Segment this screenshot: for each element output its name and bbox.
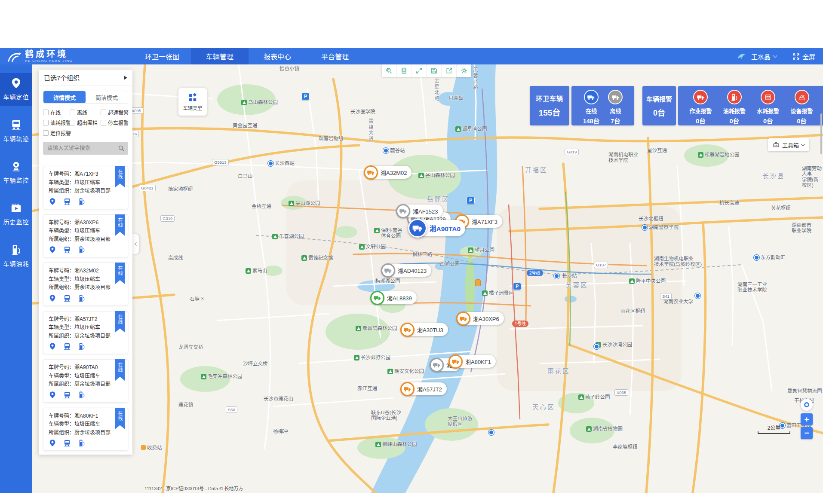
search-icon[interactable] bbox=[118, 145, 125, 152]
zoom-out-button[interactable]: − bbox=[801, 427, 813, 439]
filter-option[interactable]: 超速报警 bbox=[101, 109, 129, 116]
vehicle-marker[interactable]: 湘A32M02 bbox=[365, 166, 412, 179]
vehicle-marker[interactable]: 湘A90TA0 bbox=[409, 220, 465, 236]
fuel-vehicle-icon[interactable] bbox=[78, 391, 86, 399]
expand-icon[interactable] bbox=[412, 64, 427, 77]
vehicle-card[interactable]: 车牌号码：湘A32M02 车辆类型：垃圾压缩车 所属组织：厨余垃圾项目部 在线 bbox=[43, 263, 128, 306]
map-label: 银星湾公园 bbox=[455, 126, 487, 132]
nav-tab[interactable]: 车辆管理 bbox=[191, 48, 249, 64]
mode-tab[interactable]: 简洁模式 bbox=[86, 91, 128, 103]
mode-tab[interactable]: 详情模式 bbox=[43, 91, 86, 103]
checkbox[interactable] bbox=[70, 120, 75, 125]
sidebar-item[interactable]: 车辆定位 bbox=[0, 73, 32, 106]
track-vehicle-icon[interactable] bbox=[63, 294, 71, 302]
checkbox[interactable] bbox=[43, 110, 49, 115]
nav-tab[interactable]: 平台管理 bbox=[306, 48, 364, 64]
checkbox[interactable] bbox=[43, 130, 49, 136]
search-input[interactable] bbox=[43, 142, 128, 155]
map-label: 简家坳枢纽 bbox=[168, 186, 193, 192]
track-vehicle-icon[interactable] bbox=[63, 198, 71, 205]
truck-icon bbox=[430, 358, 444, 372]
checkbox[interactable] bbox=[70, 110, 75, 115]
vehicle-marker[interactable]: 湘A57JT2 bbox=[401, 382, 447, 395]
vehicle-marker[interactable]: 湘A30TU3 bbox=[401, 323, 448, 336]
checkbox[interactable] bbox=[101, 120, 106, 125]
fullscreen-button[interactable]: 全屏 bbox=[792, 52, 815, 61]
panel-scrollbar[interactable] bbox=[820, 113, 822, 154]
map-poi-icon bbox=[354, 355, 359, 360]
map-label: G319 bbox=[160, 215, 175, 222]
map-poi-icon bbox=[578, 394, 584, 400]
map-canvas[interactable]: 智谷小镇 乌山森林公园 长沙医学院 黄金园互通 月亮岛 银星湾公园 观音岩枢 bbox=[32, 64, 823, 493]
map-label: 长沙站 bbox=[562, 273, 577, 279]
filter-option[interactable]: 在线 bbox=[43, 109, 69, 116]
map-poi-icon bbox=[695, 293, 700, 299]
locate-vehicle-icon[interactable] bbox=[49, 439, 56, 447]
vehicle-card[interactable]: 车牌号码：湘A30XP6 车辆类型：垃圾压缩车 所属组织：厨余垃圾项目部 在线 bbox=[43, 214, 128, 258]
map-label: 长沙西站 bbox=[268, 161, 295, 166]
filter-option[interactable]: 离线 bbox=[70, 109, 100, 116]
filter-option[interactable]: 超出围栏 bbox=[70, 119, 100, 126]
filter-option[interactable]: 定位报警 bbox=[43, 129, 69, 137]
map-poi-icon bbox=[241, 100, 247, 105]
sidebar-item[interactable]: 历史监控 bbox=[0, 198, 32, 231]
vehicle-marker[interactable]: 湘AD40123 bbox=[382, 264, 431, 277]
vehicle-card[interactable]: 车牌号码：湘A80KF1 车辆类型：垃圾压缩车 所属组织：厨余垃圾项目部 在线 bbox=[43, 408, 128, 451]
fuel-vehicle-icon[interactable] bbox=[78, 294, 86, 302]
vehicle-card[interactable]: 车牌号码：湘A57JT2 车辆类型：垃圾压缩车 所属组织：厨余垃圾项目部 在线 bbox=[43, 311, 128, 354]
toolbox-button[interactable]: 工具箱 bbox=[768, 138, 809, 151]
scale-bracket bbox=[758, 431, 790, 434]
vehicle-marker[interactable]: 湘A30XP6 bbox=[457, 312, 504, 325]
filter-option[interactable]: 油耗报警 bbox=[43, 119, 69, 126]
track-vehicle-icon[interactable] bbox=[63, 342, 71, 350]
locate-vehicle-icon[interactable] bbox=[49, 391, 56, 399]
vehicle-org: 厨余垃圾项目部 bbox=[74, 284, 111, 290]
filter-option[interactable]: 停车报警 bbox=[101, 119, 129, 126]
nav-tab[interactable]: 环卫一张图 bbox=[133, 48, 191, 64]
fuel-vehicle-icon[interactable] bbox=[78, 198, 86, 205]
vehicle-type-button[interactable]: 车辆类型 bbox=[178, 88, 207, 116]
vehicle-card[interactable]: 车牌号码：湘A90TA0 车辆类型：垃圾压缩车 所属组织：厨余垃圾项目部 在线 bbox=[43, 359, 128, 403]
vehicle-marker[interactable]: 湘A80KF1 bbox=[449, 355, 496, 368]
vehicle-card[interactable]: 车牌号码：湘A71XF3 车辆类型：垃圾压缩车 所属组织：厨余垃圾项目部 在线 bbox=[43, 166, 128, 209]
checkbox[interactable] bbox=[43, 120, 49, 125]
monitor-icon[interactable] bbox=[397, 64, 412, 77]
sidebar-item[interactable]: 车辆监控 bbox=[0, 156, 32, 189]
sidebar-item[interactable]: 车辆油耗 bbox=[0, 240, 32, 273]
track-vehicle-icon[interactable] bbox=[63, 439, 71, 447]
fuel-vehicle-icon[interactable] bbox=[78, 342, 86, 350]
zoom-search-icon[interactable] bbox=[382, 64, 397, 77]
user-avatar-icon[interactable] bbox=[736, 51, 747, 61]
panel-collapse-button[interactable] bbox=[132, 234, 139, 254]
expand-right-icon[interactable] bbox=[124, 76, 127, 80]
save-icon[interactable] bbox=[427, 64, 442, 77]
zoom-in-button[interactable]: + bbox=[801, 413, 813, 425]
locate-vehicle-icon[interactable] bbox=[49, 342, 56, 350]
checkbox[interactable] bbox=[101, 110, 106, 115]
map-label: 保利·麓谷 体育公园 bbox=[374, 228, 402, 239]
track-vehicle-icon[interactable] bbox=[63, 246, 71, 254]
locate-vehicle-icon[interactable] bbox=[49, 246, 56, 254]
vehicle-type: 垃圾压缩车 bbox=[74, 228, 100, 234]
vehicle-marker[interactable]: 湘AF1523 bbox=[397, 205, 443, 217]
vehicle-plate: 湘A71XF3 bbox=[74, 171, 98, 177]
vehicle-marker[interactable]: 湘AL8839 bbox=[371, 291, 417, 304]
vehicle-plate: 湘A30XP6 bbox=[74, 220, 98, 226]
fuel-vehicle-icon[interactable] bbox=[78, 246, 86, 254]
track-vehicle-icon[interactable] bbox=[63, 391, 71, 399]
map-label: 晚安文化公园 bbox=[387, 369, 424, 374]
fuel-vehicle-icon[interactable] bbox=[78, 439, 86, 447]
sidebar-item[interactable]: 车辆轨迹 bbox=[0, 115, 32, 148]
map-label: 湖南警察学院 bbox=[642, 225, 679, 230]
map-label: 雷锋大道 bbox=[368, 119, 373, 142]
locate-vehicle-icon[interactable] bbox=[49, 198, 56, 205]
settings-gear-icon[interactable] bbox=[457, 64, 471, 77]
map-poi-icon bbox=[754, 255, 759, 260]
user-menu[interactable]: 王水晶 bbox=[751, 52, 777, 61]
nav-tab[interactable]: 报表中心 bbox=[249, 48, 306, 64]
locate-vehicle-icon[interactable] bbox=[49, 294, 56, 302]
map-poi-icon bbox=[698, 152, 703, 158]
filter-label: 定位报警 bbox=[50, 129, 71, 137]
locate-button[interactable] bbox=[801, 399, 813, 411]
export-icon[interactable] bbox=[442, 64, 457, 77]
